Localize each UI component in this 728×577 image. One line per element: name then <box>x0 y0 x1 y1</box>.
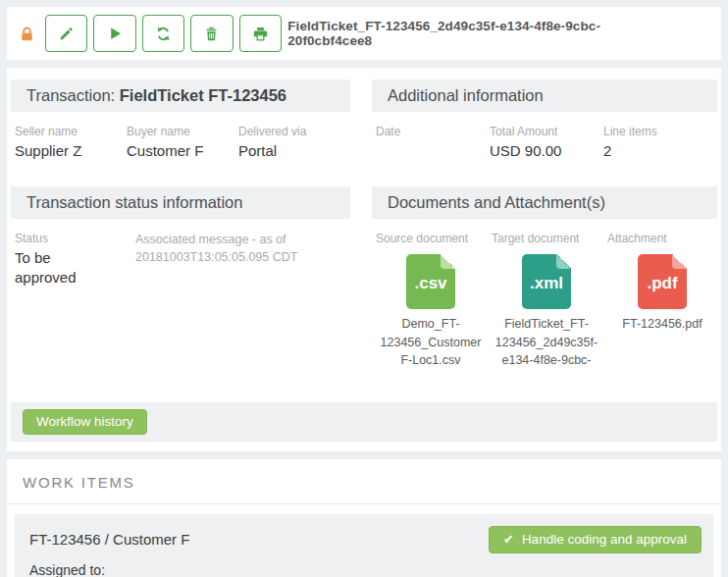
transaction-detail-panel: Transaction: FieldTicket FT-123456 Selle… <box>7 68 721 451</box>
target-document: Target document .xml FieldTicket_FT-1234… <box>492 231 601 369</box>
assigned-to: Assigned to: <box>29 562 702 577</box>
edit-button[interactable] <box>45 15 87 52</box>
target-document-filename: FieldTicket_FT-123456_2d49c35f-e134-4f8e… <box>492 315 601 368</box>
xml-file-icon[interactable]: .xml <box>522 254 571 309</box>
refresh-button[interactable] <box>142 15 184 52</box>
lock-icon <box>19 24 36 43</box>
source-document-filename: Demo_FT-123456_Customer F-Loc1.csv <box>376 315 486 368</box>
workflow-bar: Workflow history <box>11 402 717 442</box>
field-total-amount: Total Amount USD 90.00 <box>490 124 603 161</box>
field-delivered-via: Delivered via Portal <box>238 124 350 161</box>
csv-file-icon[interactable]: .csv <box>406 254 455 309</box>
workflow-history-button[interactable]: Workflow history <box>23 409 147 435</box>
attachment-document: Attachment .pdf FT-123456.pdf <box>607 231 717 369</box>
status-information-section: Transaction status information Status To… <box>11 186 350 369</box>
print-button[interactable] <box>239 15 282 52</box>
field-line-items: Line items 2 <box>603 124 717 161</box>
work-item-card: FT-123456 / Customer F ✔ Handle coding a… <box>15 514 713 577</box>
pdf-file-icon[interactable]: .pdf <box>638 254 687 309</box>
source-document: Source document .csv Demo_FT-123456_Cust… <box>376 231 486 369</box>
work-items-title: WORK ITEMS <box>7 459 721 504</box>
documents-section: Documents and Attachment(s) Source docum… <box>372 186 717 369</box>
pencil-icon <box>58 26 75 42</box>
handle-coding-approval-button[interactable]: ✔ Handle coding and approval <box>489 526 702 553</box>
transaction-id: FieldTicket FT-123456 <box>120 86 286 104</box>
field-seller-name: Seller name Supplier Z <box>15 124 127 161</box>
refresh-icon <box>155 26 172 42</box>
transaction-section: Transaction: FieldTicket FT-123456 Selle… <box>11 79 350 161</box>
document-title: FieldTicket_FT-123456_2d49c35f-e134-4f8e… <box>287 19 680 48</box>
work-item-name: FT-123456 / Customer F <box>29 531 189 548</box>
attachment-filename: FT-123456.pdf <box>607 315 717 333</box>
field-associated-message: Associated message - as of 20181003T13:0… <box>135 231 350 287</box>
trash-icon <box>203 26 220 42</box>
field-buyer-name: Buyer name Customer F <box>127 124 238 161</box>
handle-coding-approval-label: Handle coding and approval <box>522 532 687 547</box>
documents-header: Documents and Attachment(s) <box>372 186 717 219</box>
status-information-header: Transaction status information <box>11 186 350 219</box>
run-button[interactable] <box>93 15 135 52</box>
additional-information-section: Additional information Date Total Amount… <box>372 79 717 161</box>
check-icon: ✔ <box>503 532 514 547</box>
additional-information-header: Additional information <box>372 79 717 112</box>
print-icon <box>252 26 269 42</box>
delete-button[interactable] <box>190 15 233 52</box>
field-date: Date <box>376 124 490 161</box>
play-icon <box>107 26 124 42</box>
work-items-panel: WORK ITEMS FT-123456 / Customer F ✔ Hand… <box>7 459 721 577</box>
field-status: Status To be approved <box>15 231 135 287</box>
transaction-section-header: Transaction: FieldTicket FT-123456 <box>11 79 350 112</box>
toolbar: FieldTicket_FT-123456_2d49c35f-e134-4f8e… <box>7 7 721 60</box>
